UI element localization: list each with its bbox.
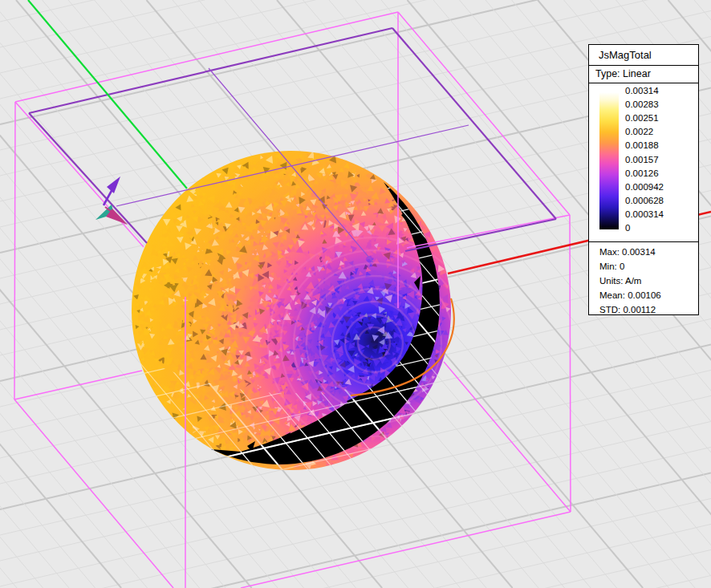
legend-stat: Min: 0 — [599, 259, 698, 274]
legend-stat: Units: A/m — [599, 274, 698, 288]
scale-label: 0.000314 — [625, 209, 664, 222]
viewport-3d[interactable]: JsMagTotal Type: Linear 0.003140.002830.… — [0, 0, 711, 588]
scale-label: 0.000942 — [625, 182, 664, 195]
legend-scale: 0.003140.002830.002510.00220.001880.0015… — [589, 83, 698, 242]
legend-type: Type: Linear — [589, 66, 698, 83]
legend-stat: STD: 0.00112 — [599, 302, 698, 317]
color-legend: JsMagTotal Type: Linear 0.003140.002830.… — [588, 44, 699, 315]
legend-title: JsMagTotal — [589, 45, 698, 66]
scale-label: 0.000628 — [625, 196, 664, 209]
scale-label: 0.00157 — [625, 155, 659, 168]
scale-label: 0.00283 — [625, 99, 659, 112]
scale-label: 0.00314 — [625, 86, 659, 99]
legend-stat: Mean: 0.00106 — [599, 288, 698, 302]
scale-label: 0 — [625, 223, 630, 236]
color-scale-bar — [599, 92, 619, 229]
scale-label: 0.0022 — [625, 127, 653, 140]
scale-label: 0.00126 — [625, 168, 659, 181]
scale-label: 0.00188 — [625, 140, 659, 153]
scale-label: 0.00251 — [625, 113, 659, 126]
legend-stat: Max: 0.00314 — [599, 245, 698, 259]
legend-stats: Max: 0.00314Min: 0Units: A/mMean: 0.0010… — [589, 242, 698, 317]
